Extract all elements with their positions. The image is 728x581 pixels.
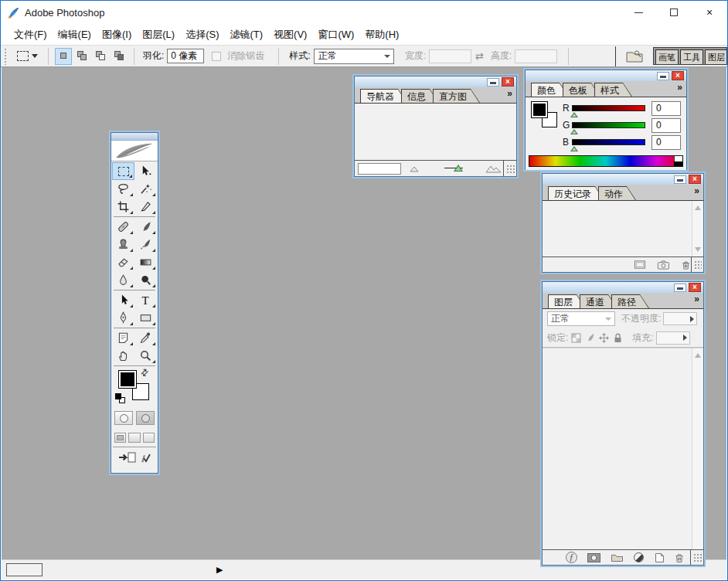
red-slider[interactable] — [572, 105, 645, 111]
selection-mode-intersect-button[interactable] — [111, 48, 128, 65]
selection-mode-add-button[interactable] — [73, 48, 90, 65]
menu-select[interactable]: 选择(S) — [180, 25, 224, 44]
opacity-input[interactable] — [663, 312, 697, 325]
standard-mode-button[interactable] — [114, 411, 133, 425]
width-input[interactable] — [429, 49, 471, 63]
fullscreen-menubar-button[interactable] — [128, 433, 140, 443]
tool-eyedropper[interactable] — [134, 329, 157, 347]
green-slider[interactable] — [572, 122, 645, 128]
close-button[interactable]: × — [692, 1, 727, 24]
menu-image[interactable]: 图像(I) — [97, 25, 137, 44]
slider-thumb-icon[interactable] — [454, 165, 463, 172]
green-value-input[interactable]: 0 — [651, 118, 681, 133]
scroll-down-icon[interactable] — [695, 247, 701, 252]
swap-dimensions-icon[interactable]: ⇄ — [475, 50, 484, 62]
tool-rectangle-shape[interactable] — [134, 309, 157, 327]
tool-crop[interactable] — [112, 198, 134, 216]
color-title-bar[interactable]: × — [526, 70, 686, 81]
add-layer-mask-icon[interactable] — [587, 552, 601, 563]
palette-menu-icon[interactable]: » — [688, 294, 703, 307]
jump-to-imageready-button[interactable] — [113, 447, 156, 467]
swap-colors-icon[interactable]: ⇄ — [138, 365, 151, 379]
menu-layer[interactable]: 图层(L) — [137, 25, 180, 44]
maximize-button[interactable] — [656, 1, 692, 24]
blue-slider[interactable] — [572, 139, 645, 145]
tool-move[interactable] — [134, 162, 157, 180]
tool-type[interactable]: T — [134, 291, 157, 309]
fullscreen-button[interactable] — [143, 433, 155, 443]
feather-input[interactable]: 0 像素 — [167, 49, 204, 63]
close-icon[interactable]: × — [689, 283, 701, 292]
collapse-icon[interactable] — [674, 175, 686, 184]
navigator-title-bar[interactable]: × — [355, 76, 516, 87]
style-combobox[interactable]: 正常 — [314, 49, 394, 64]
tool-history-brush[interactable] — [134, 236, 157, 253]
tool-brush[interactable] — [134, 218, 157, 236]
tab-paths[interactable]: 路径 — [611, 294, 649, 308]
tool-notes[interactable] — [112, 329, 134, 347]
layers-scrollbar[interactable] — [692, 348, 703, 559]
height-input[interactable] — [515, 49, 557, 63]
tab-styles[interactable]: 样式 — [594, 83, 632, 97]
new-group-folder-icon[interactable] — [611, 552, 624, 562]
spinner-icon[interactable] — [690, 316, 694, 322]
blue-slider-thumb-icon[interactable] — [570, 146, 578, 151]
resize-grip[interactable] — [693, 553, 702, 562]
options-bar-grip[interactable] — [4, 48, 8, 65]
color-spectrum-ramp[interactable] — [529, 155, 683, 167]
red-value-input[interactable]: 0 — [651, 101, 681, 116]
fill-input[interactable] — [656, 331, 690, 345]
tool-burn[interactable] — [134, 271, 157, 289]
menu-file[interactable]: 文件(F) — [9, 25, 53, 44]
history-title-bar[interactable]: × — [543, 174, 703, 185]
selection-mode-subtract-button[interactable] — [92, 48, 109, 65]
tool-rectangular-marquee[interactable] — [112, 162, 134, 180]
tool-magic-wand[interactable] — [134, 180, 157, 198]
layers-title-bar[interactable]: × — [543, 282, 703, 293]
file-browser-button[interactable] — [622, 47, 647, 66]
menu-help[interactable]: 帮助(H) — [359, 25, 404, 44]
tab-history[interactable]: 历史记录 — [548, 186, 604, 200]
spectrum-bw-endcap[interactable] — [674, 156, 682, 166]
tool-eraser[interactable] — [112, 253, 134, 271]
status-zoom-input[interactable] — [6, 563, 43, 576]
adjustment-layer-icon[interactable] — [633, 552, 645, 563]
blend-mode-combobox[interactable]: 正常 — [547, 311, 615, 326]
palette-menu-icon[interactable]: » — [671, 82, 686, 96]
selection-mode-new-button[interactable] — [55, 48, 72, 65]
tool-zoom[interactable] — [134, 347, 157, 365]
delete-trash-icon[interactable] — [674, 552, 685, 563]
scroll-up-icon[interactable] — [695, 206, 701, 210]
close-icon[interactable]: × — [672, 71, 684, 80]
well-tab-layer-comps[interactable]: 图层 — [705, 49, 727, 64]
history-scrollbar[interactable] — [692, 201, 703, 257]
antialias-checkbox[interactable] — [212, 52, 221, 61]
tab-navigator[interactable]: 导航器 — [360, 89, 407, 103]
tool-gradient[interactable] — [134, 253, 157, 271]
palette-menu-icon[interactable]: » — [501, 88, 516, 102]
scroll-up-icon[interactable] — [695, 353, 701, 358]
foreground-color-swatch[interactable] — [531, 101, 548, 118]
new-layer-icon[interactable] — [654, 552, 665, 563]
menu-view[interactable]: 视图(V) — [268, 25, 312, 44]
tab-histogram[interactable]: 直方图 — [433, 89, 480, 103]
menu-window[interactable]: 窗口(W) — [312, 25, 359, 44]
minimize-button[interactable] — [621, 1, 656, 24]
well-tab-brushes[interactable]: 画笔 — [655, 49, 679, 64]
well-tab-tool-presets[interactable]: 工具 — [680, 49, 703, 64]
collapse-icon[interactable] — [487, 78, 499, 87]
tool-blur[interactable] — [112, 271, 134, 289]
tool-slice[interactable] — [134, 198, 157, 216]
collapse-icon[interactable] — [674, 284, 686, 292]
new-document-from-state-icon[interactable] — [634, 260, 646, 270]
tool-hand[interactable] — [112, 347, 134, 365]
delete-trash-icon[interactable] — [681, 260, 691, 270]
layer-style-icon[interactable]: ƒ — [566, 552, 577, 563]
current-tool-button[interactable] — [12, 49, 43, 63]
blue-value-input[interactable]: 0 — [651, 135, 681, 150]
default-colors-icon[interactable] — [115, 393, 126, 404]
close-icon[interactable]: × — [689, 175, 701, 184]
close-icon[interactable]: × — [502, 77, 514, 87]
tool-healing-brush[interactable] — [112, 218, 134, 236]
tab-actions[interactable]: 动作 — [598, 186, 636, 200]
